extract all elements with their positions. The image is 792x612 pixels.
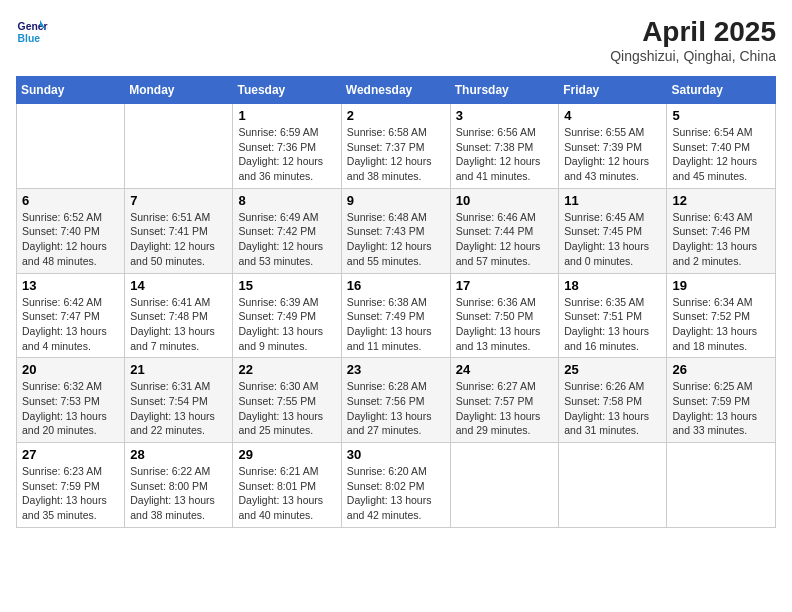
day-info: Sunrise: 6:36 AM Sunset: 7:50 PM Dayligh… [456, 295, 554, 354]
calendar-week-1: 1Sunrise: 6:59 AM Sunset: 7:36 PM Daylig… [17, 104, 776, 189]
day-number: 15 [238, 278, 335, 293]
month-year: April 2025 [610, 16, 776, 48]
page-header: General Blue April 2025 Qingshizui, Qing… [16, 16, 776, 64]
calendar-cell: 22Sunrise: 6:30 AM Sunset: 7:55 PM Dayli… [233, 358, 341, 443]
day-number: 27 [22, 447, 119, 462]
day-info: Sunrise: 6:28 AM Sunset: 7:56 PM Dayligh… [347, 379, 445, 438]
day-number: 14 [130, 278, 227, 293]
calendar-cell: 17Sunrise: 6:36 AM Sunset: 7:50 PM Dayli… [450, 273, 559, 358]
day-number: 17 [456, 278, 554, 293]
calendar-cell: 19Sunrise: 6:34 AM Sunset: 7:52 PM Dayli… [667, 273, 776, 358]
day-number: 24 [456, 362, 554, 377]
day-info: Sunrise: 6:58 AM Sunset: 7:37 PM Dayligh… [347, 125, 445, 184]
calendar-cell: 24Sunrise: 6:27 AM Sunset: 7:57 PM Dayli… [450, 358, 559, 443]
calendar-cell: 5Sunrise: 6:54 AM Sunset: 7:40 PM Daylig… [667, 104, 776, 189]
calendar-cell [450, 443, 559, 528]
day-info: Sunrise: 6:49 AM Sunset: 7:42 PM Dayligh… [238, 210, 335, 269]
day-number: 22 [238, 362, 335, 377]
calendar-header-row: SundayMondayTuesdayWednesdayThursdayFrid… [17, 77, 776, 104]
day-number: 26 [672, 362, 770, 377]
day-number: 8 [238, 193, 335, 208]
day-number: 13 [22, 278, 119, 293]
day-number: 4 [564, 108, 661, 123]
calendar-cell: 13Sunrise: 6:42 AM Sunset: 7:47 PM Dayli… [17, 273, 125, 358]
calendar-cell: 30Sunrise: 6:20 AM Sunset: 8:02 PM Dayli… [341, 443, 450, 528]
day-header-monday: Monday [125, 77, 233, 104]
calendar-cell: 7Sunrise: 6:51 AM Sunset: 7:41 PM Daylig… [125, 188, 233, 273]
calendar-cell: 26Sunrise: 6:25 AM Sunset: 7:59 PM Dayli… [667, 358, 776, 443]
calendar-week-2: 6Sunrise: 6:52 AM Sunset: 7:40 PM Daylig… [17, 188, 776, 273]
calendar-cell [125, 104, 233, 189]
day-number: 6 [22, 193, 119, 208]
calendar-cell: 1Sunrise: 6:59 AM Sunset: 7:36 PM Daylig… [233, 104, 341, 189]
calendar-cell: 3Sunrise: 6:56 AM Sunset: 7:38 PM Daylig… [450, 104, 559, 189]
day-info: Sunrise: 6:34 AM Sunset: 7:52 PM Dayligh… [672, 295, 770, 354]
day-number: 10 [456, 193, 554, 208]
day-info: Sunrise: 6:31 AM Sunset: 7:54 PM Dayligh… [130, 379, 227, 438]
day-header-thursday: Thursday [450, 77, 559, 104]
calendar-cell [17, 104, 125, 189]
day-info: Sunrise: 6:32 AM Sunset: 7:53 PM Dayligh… [22, 379, 119, 438]
day-number: 1 [238, 108, 335, 123]
calendar-cell: 20Sunrise: 6:32 AM Sunset: 7:53 PM Dayli… [17, 358, 125, 443]
logo: General Blue [16, 16, 48, 48]
day-header-friday: Friday [559, 77, 667, 104]
day-info: Sunrise: 6:51 AM Sunset: 7:41 PM Dayligh… [130, 210, 227, 269]
calendar-cell: 21Sunrise: 6:31 AM Sunset: 7:54 PM Dayli… [125, 358, 233, 443]
day-info: Sunrise: 6:26 AM Sunset: 7:58 PM Dayligh… [564, 379, 661, 438]
day-info: Sunrise: 6:39 AM Sunset: 7:49 PM Dayligh… [238, 295, 335, 354]
calendar-week-3: 13Sunrise: 6:42 AM Sunset: 7:47 PM Dayli… [17, 273, 776, 358]
day-header-wednesday: Wednesday [341, 77, 450, 104]
day-header-tuesday: Tuesday [233, 77, 341, 104]
day-info: Sunrise: 6:54 AM Sunset: 7:40 PM Dayligh… [672, 125, 770, 184]
day-number: 16 [347, 278, 445, 293]
day-number: 20 [22, 362, 119, 377]
day-info: Sunrise: 6:42 AM Sunset: 7:47 PM Dayligh… [22, 295, 119, 354]
day-info: Sunrise: 6:30 AM Sunset: 7:55 PM Dayligh… [238, 379, 335, 438]
location: Qingshizui, Qinghai, China [610, 48, 776, 64]
day-number: 19 [672, 278, 770, 293]
day-number: 30 [347, 447, 445, 462]
calendar-week-4: 20Sunrise: 6:32 AM Sunset: 7:53 PM Dayli… [17, 358, 776, 443]
calendar-cell: 8Sunrise: 6:49 AM Sunset: 7:42 PM Daylig… [233, 188, 341, 273]
calendar-cell: 23Sunrise: 6:28 AM Sunset: 7:56 PM Dayli… [341, 358, 450, 443]
svg-text:Blue: Blue [18, 33, 41, 44]
day-number: 12 [672, 193, 770, 208]
calendar-cell: 6Sunrise: 6:52 AM Sunset: 7:40 PM Daylig… [17, 188, 125, 273]
calendar-cell [667, 443, 776, 528]
day-number: 29 [238, 447, 335, 462]
title-block: April 2025 Qingshizui, Qinghai, China [610, 16, 776, 64]
day-info: Sunrise: 6:22 AM Sunset: 8:00 PM Dayligh… [130, 464, 227, 523]
day-info: Sunrise: 6:20 AM Sunset: 8:02 PM Dayligh… [347, 464, 445, 523]
day-info: Sunrise: 6:25 AM Sunset: 7:59 PM Dayligh… [672, 379, 770, 438]
day-info: Sunrise: 6:41 AM Sunset: 7:48 PM Dayligh… [130, 295, 227, 354]
day-info: Sunrise: 6:59 AM Sunset: 7:36 PM Dayligh… [238, 125, 335, 184]
calendar-cell: 27Sunrise: 6:23 AM Sunset: 7:59 PM Dayli… [17, 443, 125, 528]
day-number: 7 [130, 193, 227, 208]
day-header-saturday: Saturday [667, 77, 776, 104]
day-info: Sunrise: 6:48 AM Sunset: 7:43 PM Dayligh… [347, 210, 445, 269]
day-number: 23 [347, 362, 445, 377]
calendar-cell: 29Sunrise: 6:21 AM Sunset: 8:01 PM Dayli… [233, 443, 341, 528]
calendar-week-5: 27Sunrise: 6:23 AM Sunset: 7:59 PM Dayli… [17, 443, 776, 528]
calendar-cell: 10Sunrise: 6:46 AM Sunset: 7:44 PM Dayli… [450, 188, 559, 273]
day-info: Sunrise: 6:43 AM Sunset: 7:46 PM Dayligh… [672, 210, 770, 269]
day-number: 11 [564, 193, 661, 208]
day-number: 18 [564, 278, 661, 293]
day-info: Sunrise: 6:55 AM Sunset: 7:39 PM Dayligh… [564, 125, 661, 184]
calendar-cell: 28Sunrise: 6:22 AM Sunset: 8:00 PM Dayli… [125, 443, 233, 528]
logo-icon: General Blue [16, 16, 48, 48]
calendar-cell: 12Sunrise: 6:43 AM Sunset: 7:46 PM Dayli… [667, 188, 776, 273]
calendar-cell [559, 443, 667, 528]
calendar-cell: 4Sunrise: 6:55 AM Sunset: 7:39 PM Daylig… [559, 104, 667, 189]
calendar-cell: 14Sunrise: 6:41 AM Sunset: 7:48 PM Dayli… [125, 273, 233, 358]
day-header-sunday: Sunday [17, 77, 125, 104]
calendar-cell: 16Sunrise: 6:38 AM Sunset: 7:49 PM Dayli… [341, 273, 450, 358]
day-info: Sunrise: 6:38 AM Sunset: 7:49 PM Dayligh… [347, 295, 445, 354]
day-number: 2 [347, 108, 445, 123]
day-info: Sunrise: 6:52 AM Sunset: 7:40 PM Dayligh… [22, 210, 119, 269]
calendar-cell: 9Sunrise: 6:48 AM Sunset: 7:43 PM Daylig… [341, 188, 450, 273]
day-number: 28 [130, 447, 227, 462]
day-number: 25 [564, 362, 661, 377]
calendar-cell: 11Sunrise: 6:45 AM Sunset: 7:45 PM Dayli… [559, 188, 667, 273]
